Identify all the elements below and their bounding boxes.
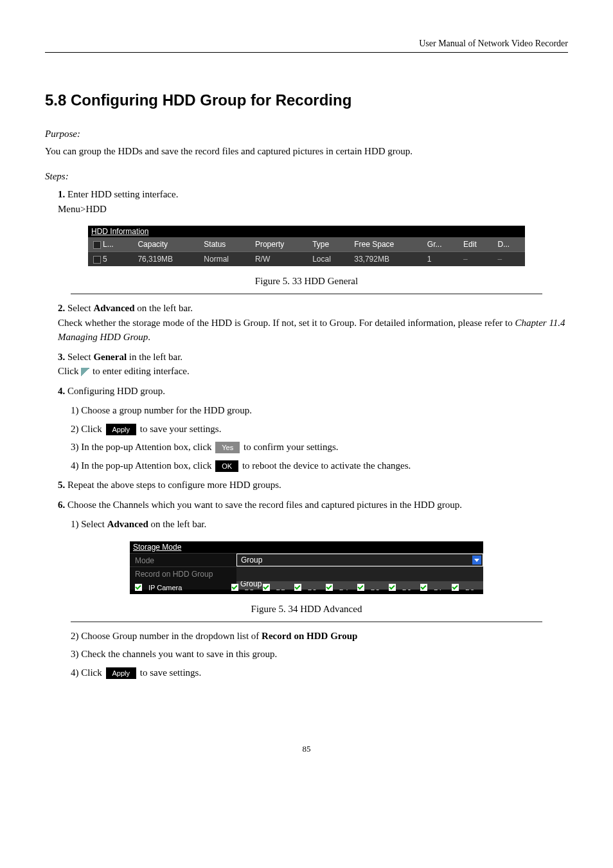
dropdown-opt-quota[interactable]: Quota (236, 566, 483, 578)
step-4-4: 4) In the pop-up Attention box, click OK… (71, 458, 568, 473)
step-4-3: 3) In the pop-up Attention box, click Ye… (71, 440, 568, 455)
page-header: User Manual of Network Video Recorder (45, 39, 568, 49)
yes-button[interactable]: Yes (215, 442, 240, 453)
table-row[interactable]: 5 76,319MB Normal R/W Local 33,792MB 1 –… (88, 252, 525, 267)
ok-button[interactable]: OK (215, 460, 238, 472)
step-6: 6. Choose the Channels which you want to… (58, 498, 568, 512)
step-2: 2. Select Advanced on the left bar. Chec… (58, 301, 568, 345)
step-6-3: 3) Check the channels you want to save i… (71, 647, 568, 662)
checkbox-all[interactable] (93, 241, 101, 249)
apply-button-2[interactable]: Apply (106, 667, 137, 679)
checkbox-ipcamera[interactable] (135, 584, 142, 591)
delete-icon[interactable]: – (497, 255, 502, 264)
checkbox-d8[interactable] (452, 584, 459, 591)
header-divider (45, 52, 568, 53)
edit-icon[interactable]: – (463, 255, 468, 264)
step-1: 1. Enter HDD setting interface. Menu>HDD (58, 187, 568, 216)
step-6-2: 2) Choose Group number in the dropdown l… (71, 629, 568, 644)
checkbox-d2[interactable] (263, 584, 270, 591)
step-4-2: 2) Click Apply to save your settings. (71, 422, 568, 437)
figure-caption-34: Figure 5. 34 HDD Advanced (45, 604, 568, 615)
chevron-down-icon[interactable] (472, 556, 481, 565)
step-4-1: 1) Choose a group number for the HDD gro… (71, 403, 568, 418)
page-number: 85 (45, 744, 568, 754)
section-title: 5.8 Configuring HDD Group for Recording (45, 91, 568, 109)
checkbox-d3[interactable] (294, 584, 301, 591)
divider-2 (71, 621, 542, 622)
step-6-4: 4) Click Apply to save settings. (71, 665, 568, 680)
menu-path: Menu>HDD (58, 204, 107, 214)
storage-mode-panel: Storage Mode Mode Group Quota Group Reco… (130, 541, 483, 594)
checkbox-d6[interactable] (389, 584, 396, 591)
hdd-info-table: L... Capacity Status Property Type Free … (88, 237, 525, 266)
step-6-1: 1) Select Advanced on the left bar. (71, 517, 568, 532)
table-header-row: L... Capacity Status Property Type Free … (88, 237, 525, 252)
step-5: 5. Repeat the above steps to configure m… (58, 478, 568, 493)
apply-button[interactable]: Apply (106, 424, 137, 435)
hdd-info-panel: HDD Information L... Capacity Status Pro… (88, 226, 525, 266)
checkbox-d1[interactable] (231, 584, 238, 591)
divider (71, 293, 542, 294)
step-1-text: Enter HDD setting interface. (67, 189, 178, 199)
mode-label: Mode (130, 554, 236, 590)
purpose-label: Purpose: (45, 129, 568, 140)
checkbox-d4[interactable] (326, 584, 333, 591)
storage-title: Storage Mode (130, 541, 483, 553)
step-4: 4. Configuring HDD group. (58, 384, 568, 399)
step-3: 3. Select General in the left bar. Click… (58, 350, 568, 379)
purpose-text: You can group the HDDs and save the reco… (45, 145, 568, 158)
edit-icon[interactable] (81, 368, 90, 377)
steps-label: Steps: (45, 171, 568, 182)
checkbox-row[interactable] (93, 256, 101, 264)
hdd-info-title: HDD Information (88, 226, 525, 237)
checkbox-d7[interactable] (420, 584, 427, 591)
figure-caption-33: Figure 5. 33 HDD General (45, 276, 568, 287)
checkbox-d5[interactable] (357, 584, 364, 591)
